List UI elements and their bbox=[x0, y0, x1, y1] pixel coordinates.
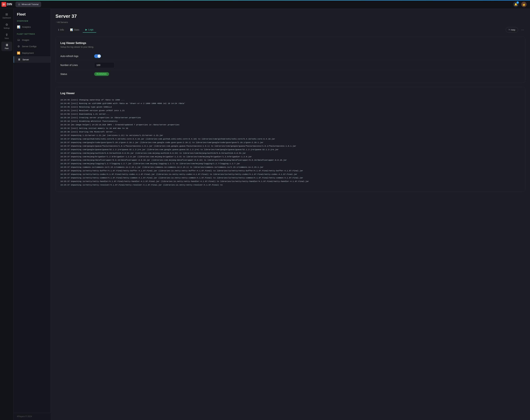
settings-card-subtitle: Setup the log viewer to your liking. bbox=[60, 46, 520, 48]
sidebar-item-deployment[interactable]: 🔀 Deployment bbox=[14, 50, 51, 56]
help-icon: ? bbox=[509, 29, 510, 31]
auto-refresh-row: Auto-refresh logs ✓ bbox=[60, 52, 520, 60]
log-line: 16:24:45 [init] Changing ownership of /d… bbox=[60, 98, 520, 102]
images-label: Images bbox=[22, 39, 29, 41]
tab-logs[interactable]: ▶ Logs bbox=[83, 27, 96, 33]
odin-logo[interactable]: |D DIN bbox=[1, 2, 12, 7]
settings-icon: ⚙ bbox=[5, 23, 8, 27]
dashboard-label: Dashboard bbox=[2, 17, 11, 19]
topbar: |D DIN ⊞ Minecraft Tutorial 🔔 1 🧑 bbox=[0, 0, 530, 9]
log-line: 16:25:37 Unpacking 1.21/server-1.21.jar … bbox=[60, 134, 520, 137]
toggle-check-icon: ✓ bbox=[98, 55, 100, 57]
footer-text: 4Players © 2024 bbox=[17, 415, 32, 418]
log-viewer-title: Log Viewer bbox=[60, 92, 520, 95]
odin-logo-text: DIN bbox=[7, 2, 12, 6]
auto-refresh-toggle[interactable]: ✓ bbox=[94, 54, 101, 58]
sidebar-item-settings[interactable]: ⚙ Settings bbox=[1, 21, 12, 31]
auto-refresh-label: Auto-refresh logs bbox=[60, 55, 94, 58]
main-content: Server 37 ← All Servers ℹ Info 📊 Stats ▶… bbox=[51, 9, 530, 420]
log-line: 16:25:37 Unpacking io/netty/netty-common… bbox=[60, 176, 520, 180]
log-line: 16:24:59 [init] Downloading 1.21 server.… bbox=[60, 113, 520, 116]
sidebar-item-server-configs[interactable]: ⚙ Server Configs bbox=[14, 43, 51, 50]
logs-icon: ▶ bbox=[85, 28, 87, 31]
log-line: 16:25:37 Unpacking com/google/guava/guav… bbox=[60, 148, 520, 151]
voice-label: Voice bbox=[5, 37, 9, 39]
section-label-overview: OVERVIEW bbox=[14, 20, 51, 24]
progress-bar bbox=[0, 0, 530, 0]
help-button[interactable]: ? Help bbox=[506, 27, 518, 33]
server-title-row: Server 37 bbox=[56, 14, 525, 19]
tab-stats[interactable]: 📊 Stats bbox=[67, 27, 82, 32]
log-line: 16:25:37 Unpacking io/netty/netty-buffer… bbox=[60, 169, 520, 173]
status-badge: RUNNING bbox=[94, 72, 109, 76]
analytics-icon: 📊 bbox=[17, 25, 20, 29]
project-grid-icon: ⊞ bbox=[18, 3, 20, 6]
status-value: RUNNING bbox=[94, 72, 520, 76]
stats-icon: 📊 bbox=[70, 29, 73, 31]
auto-refresh-value: ✓ bbox=[94, 54, 520, 58]
number-of-lines-input[interactable] bbox=[94, 62, 115, 68]
number-of-lines-row: Number of Lines bbox=[60, 60, 520, 70]
status-row: Status RUNNING bbox=[60, 70, 520, 78]
images-icon: 🗂 bbox=[17, 38, 20, 42]
log-line: 16:25:37 Unpacking com/mojang/authlib/6.… bbox=[60, 151, 520, 155]
left-panel: Fleet OVERVIEW 📊 Analytics FLEET SETTING… bbox=[14, 9, 51, 420]
analytics-label: Analytics bbox=[22, 26, 31, 28]
server-configs-icon: ⚙ bbox=[17, 45, 20, 48]
footer: 4Players © 2024 bbox=[14, 413, 51, 420]
log-line: 16:25:36 [init] Starting the Minecraft s… bbox=[60, 130, 520, 134]
sidebar-item-voice[interactable]: 🎙 Voice bbox=[1, 31, 12, 41]
server-configs-label: Server Configs bbox=[22, 45, 37, 48]
log-line: 16:25:37 Unpacking io/netty/netty-codec/… bbox=[60, 173, 520, 176]
log-content[interactable]: 16:24:45 [init] Changing ownership of /d… bbox=[60, 98, 520, 187]
notification-badge: 1 bbox=[516, 1, 519, 4]
log-line: 16:25:37 Unpacking io/netty/netty-resolv… bbox=[60, 183, 520, 187]
log-line: 16:25:10 [init] Creating server properti… bbox=[60, 116, 520, 119]
dashboard-icon: ⊞ bbox=[5, 13, 8, 16]
tab-info-label: Info bbox=[60, 29, 64, 31]
sidebar-item-fleet[interactable]: 🖥 Fleet bbox=[1, 42, 12, 51]
log-viewer-settings-card: Log Viewer Settings Setup the log viewer… bbox=[56, 37, 525, 83]
deployment-label: Deployment bbox=[22, 52, 34, 54]
section-label-fleet-settings: FLEET SETTINGS bbox=[14, 33, 51, 37]
deployment-icon: 🔀 bbox=[17, 51, 20, 55]
log-line: 16:24:51 [init] Resolved version given L… bbox=[60, 109, 520, 113]
breadcrumb-row: ← All Servers bbox=[56, 20, 525, 24]
number-of-lines-label: Number of Lines bbox=[60, 64, 94, 66]
log-line: 16:25:37 Unpacking com/google/guava/fail… bbox=[60, 145, 520, 148]
log-viewer-card: Log Viewer 16:24:45 [init] Changing owne… bbox=[56, 87, 525, 192]
log-line: 16:25:32 [init] Setting initial memory t… bbox=[60, 127, 520, 130]
sidebar-nav: ⊞ Dashboard ⚙ Settings 🎙 Voice 🖥 Fleet bbox=[0, 9, 14, 420]
tab-stats-label: Stats bbox=[74, 29, 79, 31]
log-line: 16:24:45 [init] Running as uid=1000 gid=… bbox=[60, 102, 520, 105]
topbar-right: 🔔 1 🧑 bbox=[513, 2, 530, 7]
tab-bar: ℹ Info 📊 Stats ▶ Logs bbox=[56, 27, 506, 33]
panel-title: Fleet bbox=[14, 12, 51, 20]
sidebar-item-analytics[interactable]: 📊 Analytics bbox=[14, 24, 51, 30]
project-selector[interactable]: ⊞ Minecraft Tutorial bbox=[15, 2, 41, 7]
all-servers-link[interactable]: All Servers bbox=[57, 21, 68, 24]
sidebar-item-dashboard[interactable]: ⊞ Dashboard bbox=[1, 11, 12, 20]
log-line: 16:25:37 Unpacking com/mojang/logging/1.… bbox=[60, 162, 520, 166]
notifications-button[interactable]: 🔔 1 bbox=[513, 2, 518, 7]
header-actions: ? Help ⋯ bbox=[506, 27, 525, 33]
number-of-lines-value bbox=[94, 62, 520, 68]
tab-info[interactable]: ℹ Info bbox=[56, 27, 67, 32]
settings-card-title: Log Viewer Settings bbox=[60, 42, 520, 45]
help-label: Help bbox=[511, 29, 515, 31]
log-line: 16:25:37 Unpacking commons-io/commons-io… bbox=[60, 166, 520, 169]
log-line: 16:25:37 Unpacking io/netty/netty-handle… bbox=[60, 180, 520, 183]
user-avatar[interactable]: 🧑 bbox=[521, 2, 527, 7]
voice-icon: 🎙 bbox=[5, 33, 8, 37]
odin-logo-icon: |D bbox=[1, 2, 6, 7]
sidebar-item-server[interactable]: 🖥 Server bbox=[14, 56, 51, 63]
log-line: 16:25:37 Unpacking com/github/oshi/oshi-… bbox=[60, 137, 520, 141]
log-line: 16:25:37 Unpacking com/mojang/brigadier/… bbox=[60, 155, 520, 159]
more-options-button[interactable]: ⋯ bbox=[520, 27, 525, 32]
sidebar-item-images[interactable]: 🗂 Images bbox=[14, 37, 51, 43]
tab-logs-label: Logs bbox=[88, 28, 93, 31]
log-line: 16:24:45 [init] Resolving type given VAN… bbox=[60, 105, 520, 109]
settings-label: Settings bbox=[3, 27, 10, 29]
topbar-left: |D DIN bbox=[0, 2, 14, 7]
info-icon: ℹ bbox=[58, 29, 59, 31]
